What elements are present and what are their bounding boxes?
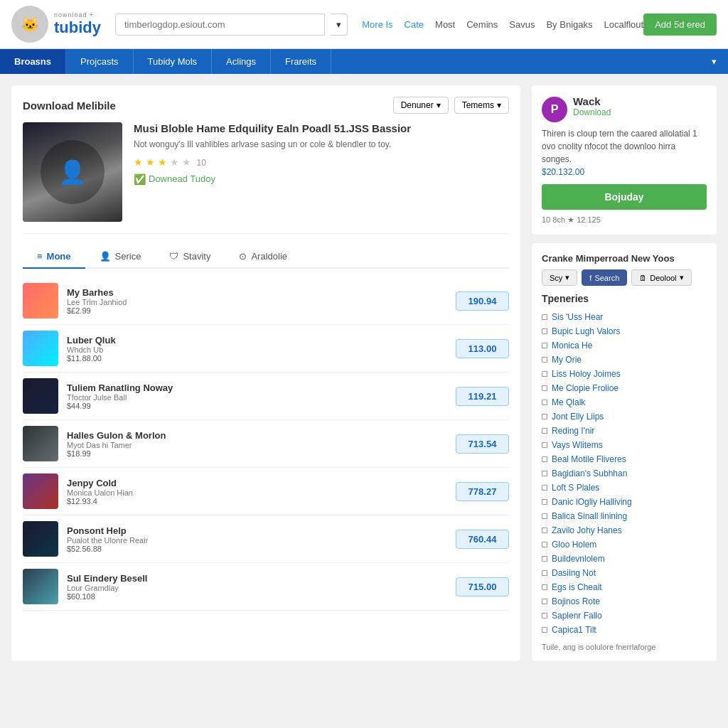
- nav-localflout[interactable]: Localflout: [604, 19, 644, 30]
- blue-nav-projcasts[interactable]: Projcasts: [66, 49, 133, 74]
- filter-temems[interactable]: Temems ▾: [454, 97, 509, 114]
- download-link[interactable]: ✅ Downead Tudoy: [134, 173, 509, 185]
- blue-nav-frareits[interactable]: Frareits: [271, 49, 331, 74]
- genre-label-2: Monica He: [552, 341, 592, 350]
- genre-label-5: Me Clopie Frolioe: [552, 383, 619, 393]
- genre-dot-2: [542, 343, 547, 348]
- filter-denuner-label: Denuner: [401, 100, 434, 110]
- genre-item-9[interactable]: Vays Wlitems: [542, 438, 707, 452]
- song-artist-4: Myot Das hi Tamer: [67, 441, 447, 449]
- song-item-7: Sul Eindery Besell Lour Gramdlay $60.108…: [23, 563, 509, 611]
- song-item-3: Tuliem Ranatling Noway Tfoctor Julse Bal…: [23, 373, 509, 420]
- genre-item-7[interactable]: Jont Elly Liips: [542, 410, 707, 424]
- song-thumb-6: [23, 521, 58, 557]
- genre-item-21[interactable]: Saplenr Fallo: [542, 609, 707, 623]
- add-button[interactable]: Add 5d ered: [643, 14, 717, 36]
- genre-item-10[interactable]: Beal Motile Fliveres: [542, 452, 707, 466]
- featured-info: Musi Bloble Hame Edquility Ealn Poadl 51…: [134, 122, 509, 222]
- search-dropdown[interactable]: ▾: [331, 14, 348, 36]
- genre-item-2[interactable]: Monica He: [542, 338, 707, 353]
- filter-temems-label: Temems: [462, 100, 494, 110]
- nav-more-is[interactable]: More Is: [362, 19, 392, 30]
- genre-item-1[interactable]: Bupic Lugh Valors: [542, 324, 707, 338]
- genre-label-22: Capica1 Tilt: [552, 625, 596, 635]
- genre-label-3: My Orie: [552, 355, 582, 365]
- widget2-filters: Scy ▾ f Search 🗓 Deolool ▾: [542, 269, 707, 286]
- nav-cate[interactable]: Cate: [405, 19, 424, 30]
- star-2: ★: [146, 156, 155, 168]
- filter-deolool[interactable]: 🗓 Deolool ▾: [631, 269, 691, 286]
- genre-item-18[interactable]: Dasiing Not: [542, 566, 707, 580]
- genre-item-13[interactable]: Danic lOgliy Halliving: [542, 495, 707, 509]
- genre-label-17: Buildevnlolem: [552, 554, 605, 564]
- song-price-btn-6[interactable]: 760.44: [456, 530, 509, 549]
- song-info-6: Ponsont Help Pualot the Ulonre Reair $52…: [67, 525, 447, 553]
- tab-mone[interactable]: ≡ Mone: [23, 245, 85, 269]
- genre-item-22[interactable]: Capica1 Tilt: [542, 623, 707, 637]
- genre-item-17[interactable]: Buildevnlolem: [542, 552, 707, 566]
- blue-nav-tubidy-mols[interactable]: Tubidy Mols: [134, 49, 213, 74]
- tab-stavity[interactable]: 🛡 Stavity: [155, 245, 225, 269]
- genre-item-11[interactable]: Bagidian's Subhhan: [542, 466, 707, 481]
- song-info-3: Tuliem Ranatling Noway Tfoctor Julse Bal…: [67, 382, 447, 410]
- logo-text: nownload + tubidy: [54, 11, 101, 37]
- tab-araldolie[interactable]: ⊙ Araldolie: [225, 245, 301, 269]
- tab-serice[interactable]: 👤 Serice: [85, 245, 156, 269]
- genre-item-6[interactable]: Me Qlalk: [542, 395, 707, 410]
- genre-item-14[interactable]: Balica Sinall linining: [542, 509, 707, 523]
- genre-dot-5: [542, 385, 547, 391]
- check-icon: ✅: [134, 173, 146, 185]
- genre-item-15[interactable]: Zavilo Johy Hanes: [542, 523, 707, 537]
- filter-search[interactable]: f Search: [582, 269, 627, 286]
- song-price-btn-1[interactable]: 190.94: [456, 291, 509, 311]
- song-price-btn-7[interactable]: 715.00: [456, 577, 509, 596]
- logo-area: 🐱 nownload + tubidy: [11, 6, 101, 43]
- song-title-6: Ponsont Help: [67, 525, 447, 536]
- song-price-btn-4[interactable]: 713.54: [456, 434, 509, 454]
- genre-item-20[interactable]: Bojinos Rote: [542, 594, 707, 609]
- search-input[interactable]: [115, 14, 325, 36]
- song-title-4: Halles Gulon & Morlon: [67, 430, 447, 441]
- genre-label-7: Jont Elly Liips: [552, 412, 604, 422]
- blue-nav-more[interactable]: ▾: [700, 49, 728, 74]
- song-price-label-2: $11.88.00: [67, 354, 447, 363]
- song-price-btn-3[interactable]: 119.21: [456, 387, 509, 406]
- nav-most[interactable]: Most: [435, 19, 455, 30]
- buy-button[interactable]: Bojuday: [542, 184, 707, 210]
- featured-item: 👤 Musi Bloble Hame Edquility Ealn Poadl …: [23, 122, 509, 234]
- genre-item-3[interactable]: My Orie: [542, 353, 707, 367]
- filter-scy[interactable]: Scy ▾: [542, 269, 577, 286]
- genre-item-8[interactable]: Reding I'nir: [542, 424, 707, 438]
- genre-item-16[interactable]: Gloo Holem: [542, 537, 707, 552]
- genre-item-5[interactable]: Me Clopie Frolioe: [542, 381, 707, 395]
- filter-denuner[interactable]: Denuner ▾: [393, 97, 449, 114]
- genre-item-19[interactable]: Egs is Cheait: [542, 580, 707, 594]
- genre-item-12[interactable]: Loft S Plales: [542, 481, 707, 495]
- blue-nav-broasns[interactable]: Broasns: [0, 49, 66, 74]
- song-price-btn-5[interactable]: 778.27: [456, 482, 509, 501]
- song-artist-3: Tfoctor Julse Ball: [67, 393, 447, 402]
- stars-count: 10: [196, 158, 205, 168]
- genre-item-4[interactable]: Liss Holoy Joimes: [542, 367, 707, 381]
- star-1: ★: [134, 156, 143, 168]
- main-content: Download Melibile Denuner ▾ Temems ▾ 👤: [0, 74, 728, 673]
- song-info-4: Halles Gulon & Morlon Myot Das hi Tamer …: [67, 430, 447, 458]
- filter-temems-arrow: ▾: [497, 100, 501, 110]
- nav-savus[interactable]: Savus: [509, 19, 535, 30]
- genre-label-11: Bagidian's Subhhan: [552, 469, 627, 478]
- tubidy-label: tubidy: [54, 18, 101, 37]
- genre-dot-14: [542, 513, 547, 519]
- song-price-label-5: $12.93.4: [67, 497, 447, 505]
- song-price-btn-2[interactable]: 113.00: [456, 339, 509, 358]
- genre-item-0[interactable]: Sis 'Uss Hear: [542, 310, 707, 324]
- nav-cemins[interactable]: Cemins: [466, 19, 498, 30]
- song-info-7: Sul Eindery Besell Lour Gramdlay $60.108: [67, 573, 447, 601]
- genre-dot-15: [542, 528, 547, 533]
- scy-label: Scy: [550, 274, 562, 282]
- blue-nav-aclings[interactable]: Aclings: [212, 49, 271, 74]
- genre-dot-20: [542, 599, 547, 604]
- search-area: ▾: [115, 14, 348, 36]
- widget-price-link[interactable]: $20.132.00: [542, 167, 584, 177]
- genre-label-14: Balica Sinall linining: [552, 511, 627, 521]
- nav-by-bnigaks[interactable]: By Bnigaks: [546, 19, 592, 30]
